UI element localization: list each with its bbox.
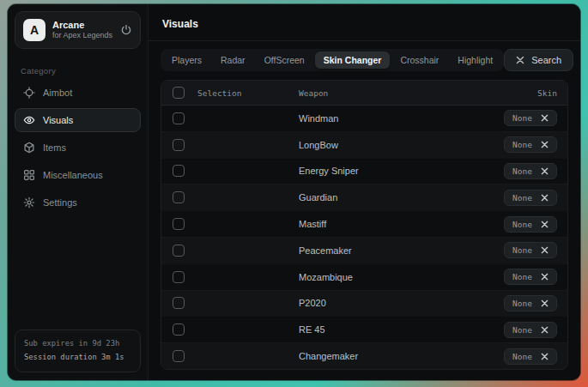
skin-select[interactable]: None <box>504 190 557 206</box>
table-row: LongBow None <box>161 131 567 158</box>
skin-value: None <box>512 325 532 335</box>
sidebar-item-label: Visuals <box>43 115 73 125</box>
search-button-label: Search <box>531 55 561 65</box>
skin-select[interactable]: None <box>504 110 557 126</box>
tab-bar: Players Radar OffScreen Skin Changer Cro… <box>161 49 504 71</box>
weapon-name: Peacemaker <box>299 245 471 256</box>
crosshair-icon <box>23 87 35 99</box>
column-header-skin: Skin <box>537 88 567 98</box>
row-checkbox[interactable] <box>173 165 185 177</box>
row-checkbox[interactable] <box>173 112 185 124</box>
clear-skin-icon[interactable] <box>541 326 549 334</box>
skin-select[interactable]: None <box>504 163 557 179</box>
sidebar-item-label: Items <box>43 142 66 153</box>
package-icon <box>23 142 35 154</box>
page-title: Visuals <box>162 18 198 30</box>
skin-value: None <box>512 140 532 149</box>
sidebar-item-aimbot[interactable]: Aimbot <box>15 81 141 105</box>
sidebar-item-settings[interactable]: Settings <box>15 190 141 215</box>
tab-radar[interactable]: Radar <box>212 51 254 69</box>
app-title: Arcane <box>52 20 112 32</box>
row-checkbox[interactable] <box>173 218 185 230</box>
gear-icon <box>23 197 35 209</box>
weapon-name: LongBow <box>299 140 471 150</box>
power-icon[interactable] <box>120 24 132 36</box>
tab-offscreen[interactable]: OffScreen <box>256 51 313 69</box>
sidebar-item-miscellaneous[interactable]: Miscellaneous <box>15 163 141 187</box>
weapon-name: P2020 <box>299 298 471 308</box>
search-icon <box>516 56 524 64</box>
skin-value: None <box>512 299 532 308</box>
brand-card: A Arcane for Apex Legends <box>15 11 141 49</box>
skin-select[interactable]: None <box>504 242 557 258</box>
table-row: Peacemaker None <box>161 237 567 263</box>
row-checkbox[interactable] <box>173 139 185 151</box>
row-checkbox[interactable] <box>173 191 185 203</box>
main-header: Visuals <box>149 4 580 41</box>
table-row: Mastiff None <box>161 210 567 237</box>
skin-select[interactable]: None <box>504 322 557 338</box>
sidebar-item-label: Miscellaneous <box>43 170 103 180</box>
skin-select[interactable]: None <box>504 269 557 285</box>
table-row: Energy Sniper None <box>161 158 567 184</box>
table-row: RE 45 None <box>161 316 567 342</box>
clear-skin-icon[interactable] <box>541 194 549 202</box>
row-checkbox[interactable] <box>173 271 185 283</box>
skin-select[interactable]: None <box>504 136 557 153</box>
skin-value: None <box>512 352 532 361</box>
clear-skin-icon[interactable] <box>541 353 549 360</box>
table-row: Guardian None <box>161 184 567 210</box>
tab-highlight[interactable]: Highlight <box>449 51 501 69</box>
row-checkbox[interactable] <box>173 245 185 257</box>
skin-value: None <box>512 220 532 229</box>
tab-skin-changer[interactable]: Skin Changer <box>315 51 391 69</box>
clear-skin-icon[interactable] <box>541 273 549 281</box>
table-row: Mozambique None <box>161 263 567 290</box>
table-row: P2020 None <box>161 290 567 317</box>
weapon-name: Windman <box>299 113 471 124</box>
row-checkbox[interactable] <box>173 324 185 336</box>
clear-skin-icon[interactable] <box>541 299 549 307</box>
clear-skin-icon[interactable] <box>541 114 549 122</box>
table-row: Windman None <box>161 106 567 131</box>
clear-skin-icon[interactable] <box>541 141 549 148</box>
app-logo: A <box>23 19 45 41</box>
skin-value: None <box>512 193 532 203</box>
category-label: Category <box>21 66 135 76</box>
table-row: Changemaker None <box>161 342 567 369</box>
app-subtitle: for Apex Legends <box>52 31 112 40</box>
sidebar: A Arcane for Apex Legends Category Aimbo… <box>8 4 149 380</box>
weapon-name: Guardian <box>299 192 471 203</box>
sidebar-item-label: Settings <box>43 197 77 208</box>
skin-value: None <box>512 113 532 123</box>
app-window: A Arcane for Apex Legends Category Aimbo… <box>8 4 580 380</box>
skin-select[interactable]: None <box>504 295 557 311</box>
grid-icon <box>23 169 35 181</box>
clear-skin-icon[interactable] <box>541 221 549 228</box>
sidebar-item-visuals[interactable]: Visuals <box>15 108 141 132</box>
select-all-checkbox[interactable] <box>173 87 185 99</box>
subscription-info: Sub expires in 9d 23h Session duration 3… <box>15 330 141 372</box>
skin-select[interactable]: None <box>504 216 557 233</box>
skin-value: None <box>512 245 532 255</box>
row-checkbox[interactable] <box>173 350 185 362</box>
sidebar-item-items[interactable]: Items <box>15 136 141 160</box>
clear-skin-icon[interactable] <box>541 167 549 175</box>
column-header-selection: Selection <box>197 88 299 98</box>
skin-value: None <box>512 166 532 176</box>
table-body: Windman None LongBow None Energy Sniper … <box>161 106 567 369</box>
skin-value: None <box>512 272 532 281</box>
sidebar-item-label: Aimbot <box>43 88 72 98</box>
sub-expiry-text: Sub expires in 9d 23h <box>24 337 131 351</box>
main-panel: Visuals Players Radar OffScreen Skin Cha… <box>149 4 580 380</box>
clear-skin-icon[interactable] <box>541 246 549 254</box>
weapon-name: Energy Sniper <box>299 166 471 176</box>
skin-select[interactable]: None <box>504 348 557 365</box>
search-button[interactable]: Search <box>504 49 573 71</box>
tab-crosshair[interactable]: Crosshair <box>391 51 447 69</box>
sidebar-nav: Aimbot Visuals Items Miscellaneous Setti… <box>8 81 148 215</box>
weapon-name: Changemaker <box>299 351 471 361</box>
row-checkbox[interactable] <box>173 297 185 309</box>
toolbar: Players Radar OffScreen Skin Changer Cro… <box>149 41 580 78</box>
tab-players[interactable]: Players <box>163 51 210 69</box>
